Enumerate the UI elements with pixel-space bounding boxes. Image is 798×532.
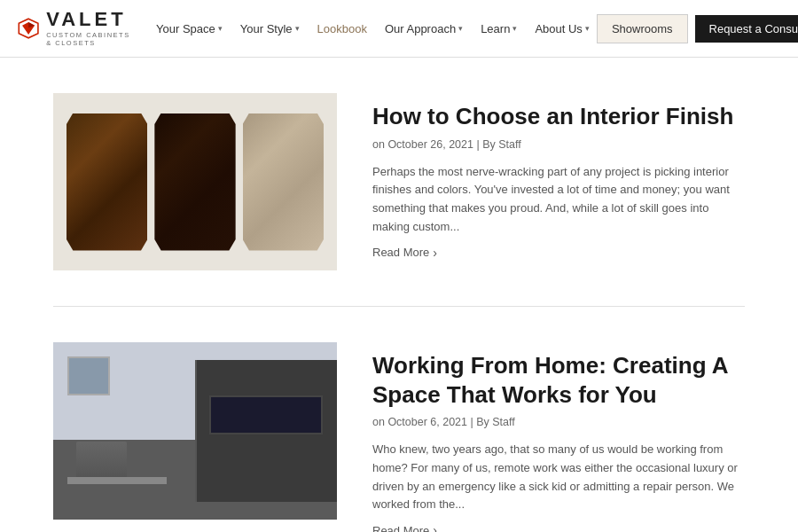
nav-your-style[interactable]: Your Style ▾ (233, 17, 307, 41)
chevron-down-icon: ▾ (512, 24, 517, 33)
office-picture (67, 356, 110, 395)
logo-tagline: CUSTOM CABINETS & CLOSETS (46, 31, 133, 47)
main-nav: Your Space ▾ Your Style ▾ Lookbook Our A… (149, 17, 597, 41)
read-more-link[interactable]: Read More › (372, 523, 745, 532)
article-meta: on October 6, 2021 | By Staff (372, 416, 745, 428)
article-excerpt: Who knew, two years ago, that so many of… (372, 441, 745, 514)
article-content: How to Choose an Interior Finish on Octo… (372, 93, 745, 260)
office-chair (76, 442, 128, 477)
nav-lookbook[interactable]: Lookbook (310, 17, 374, 41)
arrow-right-icon: › (433, 246, 437, 260)
article-content: Working From Home: Creating A Space That… (372, 342, 745, 532)
article-image-wood (53, 93, 337, 270)
wood-sample-dark-brown (66, 113, 147, 251)
wood-sample-light-gray (243, 113, 324, 251)
nav-about-us[interactable]: About Us ▾ (528, 17, 596, 41)
chevron-down-icon: ▾ (218, 24, 223, 33)
nav-learn[interactable]: Learn ▾ (473, 17, 524, 41)
consultation-button[interactable]: Request a Consultation (695, 15, 798, 43)
article-title: Working From Home: Creating A Space That… (372, 351, 745, 409)
showrooms-button[interactable]: Showrooms (597, 14, 688, 43)
nav-buttons: Showrooms Request a Consultation (597, 14, 798, 43)
read-more-link[interactable]: Read More › (372, 246, 745, 260)
logo[interactable]: VALET CUSTOM CABINETS & CLOSETS (18, 10, 133, 47)
article-card: How to Choose an Interior Finish on Octo… (53, 58, 745, 307)
nav-your-space[interactable]: Your Space ▾ (149, 17, 230, 41)
article-card: Working From Home: Creating A Space That… (53, 307, 745, 532)
main-content: How to Choose an Interior Finish on Octo… (0, 58, 798, 532)
nav-our-approach[interactable]: Our Approach ▾ (378, 17, 470, 41)
office-desk (67, 477, 167, 484)
article-image-office (53, 342, 337, 520)
article-title: How to Choose an Interior Finish (372, 102, 745, 131)
chevron-down-icon: ▾ (458, 24, 463, 33)
arrow-right-icon: › (433, 523, 437, 532)
article-meta: on October 26, 2021 | By Staff (372, 138, 745, 151)
office-tv (209, 395, 323, 434)
chevron-down-icon: ▾ (585, 24, 590, 33)
chevron-down-icon: ▾ (295, 24, 300, 33)
article-excerpt: Perhaps the most nerve-wracking part of … (372, 163, 745, 237)
header: VALET CUSTOM CABINETS & CLOSETS Your Spa… (0, 0, 798, 58)
logo-name: VALET (46, 10, 133, 29)
wood-sample-very-dark (154, 113, 235, 251)
logo-icon (18, 12, 39, 45)
